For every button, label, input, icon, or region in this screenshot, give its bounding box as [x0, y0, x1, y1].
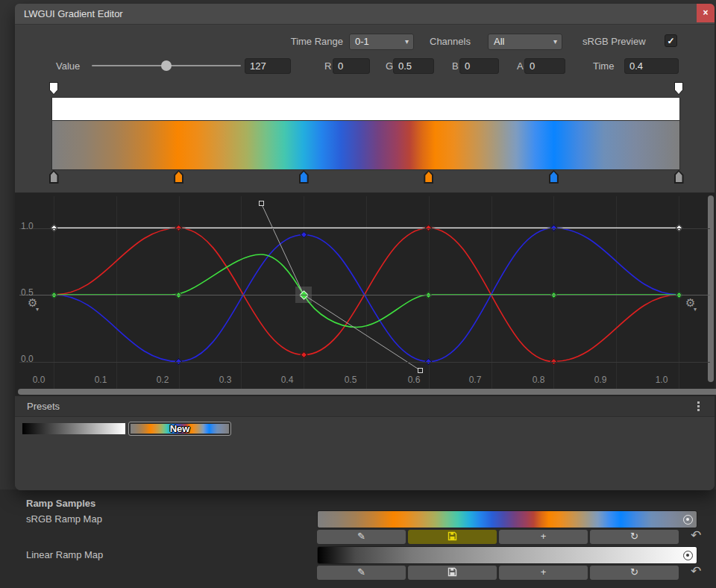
chevron-down-icon: ▾ — [405, 34, 409, 49]
x-axis-tick-label: 0.3 — [216, 375, 235, 385]
y-axis-tick-label: 0.5 — [21, 287, 40, 298]
alpha-preview-strip[interactable] — [52, 98, 679, 121]
refresh-icon: ↻ — [630, 566, 638, 578]
b-field[interactable]: 0 — [459, 58, 499, 74]
presets-body: New — [15, 418, 715, 490]
object-picker-icon[interactable] — [683, 515, 693, 525]
srgb-ramp-map-label: sRGB Ramp Map — [26, 513, 102, 525]
x-axis-tick-label: 0.7 — [465, 375, 485, 385]
y-axis-tick-label: 0.0 — [21, 354, 40, 364]
x-axis-tick-label: 0.2 — [153, 375, 172, 385]
x-axis-tick-label: 0.9 — [591, 375, 610, 385]
vertical-scrollbar[interactable] — [708, 196, 714, 382]
tangent-handle[interactable] — [418, 368, 423, 373]
left-gear-icon[interactable]: ⚙▾ — [28, 297, 37, 308]
gradient-editor-window: LWGUI Gradient Editor × Time Range 0-1 ▾… — [15, 4, 715, 490]
linear-save-button[interactable] — [408, 566, 497, 580]
time-range-label: Time Range — [261, 36, 343, 48]
srgb-edit-button[interactable]: ✎ — [317, 530, 406, 544]
g-field[interactable]: 0.5 — [393, 58, 434, 74]
time-field[interactable]: 0.4 — [624, 58, 679, 74]
floppy-icon — [448, 567, 457, 577]
grid-line — [19, 228, 710, 229]
srgb-undo-icon[interactable]: ↶ — [688, 528, 703, 543]
time-range-dropdown[interactable]: 0-1 ▾ — [349, 34, 414, 50]
x-axis-tick-label: 0.0 — [29, 375, 48, 385]
pencil-icon: ✎ — [357, 566, 365, 578]
x-axis-tick-label: 1.0 — [652, 375, 671, 385]
linear-add-button[interactable]: + — [499, 566, 588, 580]
g-label: G — [386, 60, 393, 72]
horizontal-scrollbar[interactable] — [18, 389, 716, 395]
alpha-key-marker[interactable] — [674, 82, 683, 95]
plus-icon: + — [541, 566, 547, 578]
value-slider-handle[interactable] — [161, 60, 172, 71]
right-gear-icon[interactable]: ⚙▾ — [685, 297, 695, 308]
a-field[interactable]: 0 — [524, 58, 565, 74]
x-axis-tick-label: 0.5 — [341, 375, 360, 385]
kebab-menu-icon[interactable] — [694, 401, 704, 413]
time-label: Time — [593, 60, 614, 72]
gradient-preview-strip[interactable] — [52, 121, 679, 169]
color-key-marker[interactable] — [549, 170, 559, 184]
b-label: B — [452, 60, 459, 72]
x-axis-tick-label: 0.8 — [529, 375, 548, 385]
chevron-down-icon: ▾ — [553, 34, 557, 49]
curve-editor-panel[interactable] — [15, 193, 715, 399]
color-key-marker[interactable] — [299, 170, 309, 184]
color-key-marker[interactable] — [424, 170, 433, 184]
presets-header: Presets — [15, 395, 715, 417]
tangent-handle[interactable] — [259, 201, 264, 206]
srgb-add-button[interactable]: + — [499, 530, 588, 544]
pencil-icon: ✎ — [357, 531, 365, 542]
x-axis-tick-label: 0.6 — [404, 375, 424, 385]
grid-line — [19, 362, 710, 363]
time-range-value: 0-1 — [355, 36, 369, 47]
preset-new[interactable]: New — [128, 422, 231, 436]
srgb-preview-label: sRGB Preview — [582, 36, 646, 48]
preset-black-white[interactable] — [22, 423, 125, 434]
x-axis-tick-label: 0.1 — [91, 375, 110, 385]
preset-new-label: New — [129, 423, 230, 434]
r-label: R — [324, 60, 331, 72]
x-axis-tick-label: 0.4 — [277, 375, 297, 385]
color-key-marker[interactable] — [174, 170, 183, 184]
window-titlebar[interactable]: LWGUI Gradient Editor — [15, 4, 715, 25]
linear-edit-button[interactable]: ✎ — [317, 566, 406, 580]
ramp-samples-header: Ramp Samples — [26, 498, 95, 509]
r-field[interactable]: 0 — [333, 58, 370, 74]
channels-dropdown[interactable]: All ▾ — [488, 34, 562, 50]
color-key-marker[interactable] — [674, 170, 684, 184]
linear-refresh-button[interactable]: ↻ — [590, 566, 679, 580]
window-title: LWGUI Gradient Editor — [24, 8, 123, 19]
object-picker-icon[interactable] — [683, 551, 693, 560]
y-axis-tick-label: 1.0 — [21, 221, 40, 231]
floppy-icon — [448, 531, 457, 541]
srgb-refresh-button[interactable]: ↻ — [590, 530, 679, 544]
srgb-preview-checkbox[interactable]: ✓ — [665, 34, 677, 47]
channels-value: All — [494, 36, 504, 47]
channels-label: Channels — [430, 36, 471, 48]
grid-line — [19, 295, 710, 295]
value-field[interactable]: 127 — [245, 58, 291, 74]
value-label: Value — [56, 60, 80, 72]
srgb-save-button[interactable] — [408, 530, 497, 544]
linear-ramp-preview[interactable] — [317, 546, 697, 564]
alpha-key-marker[interactable] — [49, 82, 58, 95]
color-key-marker[interactable] — [49, 170, 59, 184]
linear-ramp-map-label: Linear Ramp Map — [26, 549, 103, 560]
refresh-icon: ↻ — [630, 531, 638, 542]
plus-icon: + — [541, 531, 547, 542]
presets-title: Presets — [27, 401, 60, 412]
srgb-ramp-preview[interactable] — [317, 510, 697, 528]
linear-undo-icon[interactable]: ↶ — [688, 564, 703, 579]
close-button[interactable]: × — [697, 4, 715, 22]
a-label: A — [517, 60, 524, 72]
